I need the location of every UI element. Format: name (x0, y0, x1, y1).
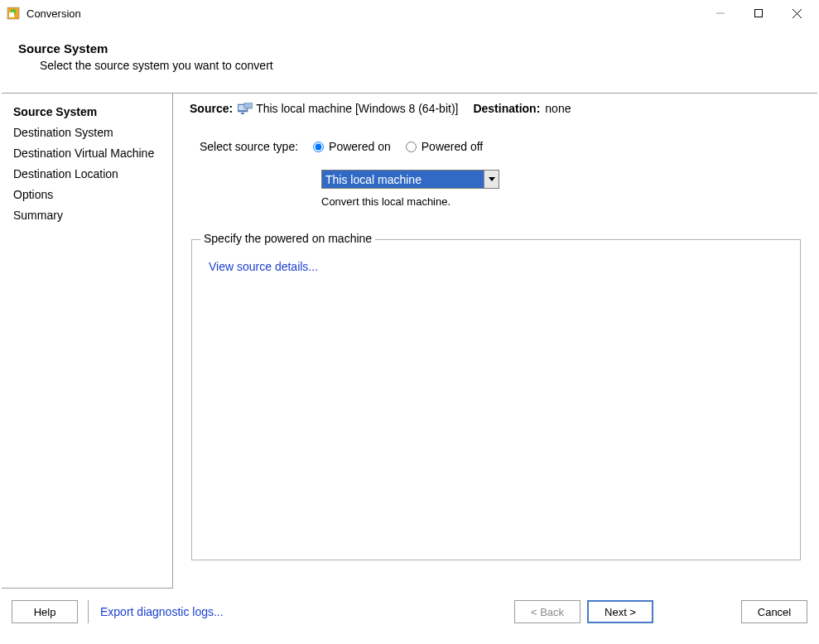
destination-value: none (545, 102, 571, 115)
step-destination-system[interactable]: Destination System (13, 123, 166, 143)
chevron-down-icon[interactable] (484, 171, 499, 188)
fieldset-legend: Specify the powered on machine (200, 232, 375, 245)
next-button[interactable]: Next > (587, 600, 653, 623)
page-subtitle: Select the source system you want to con… (40, 59, 802, 72)
svg-rect-4 (755, 10, 763, 17)
specify-machine-fieldset: Specify the powered on machine View sour… (191, 239, 801, 560)
source-value: This local machine [Windows 8 (64-bit)] (256, 102, 458, 115)
step-summary[interactable]: Summary (13, 205, 166, 226)
svg-rect-10 (244, 103, 253, 108)
source-machine-dropdown[interactable]: This local machine (321, 170, 499, 189)
page-title: Source System (18, 41, 802, 55)
window-title: Conversion (26, 7, 81, 20)
step-destination-location[interactable]: Destination Location (13, 164, 166, 185)
step-source-system[interactable]: Source System (13, 102, 166, 123)
svg-rect-9 (241, 113, 244, 114)
select-source-type-label: Select source type: (200, 140, 298, 153)
export-diagnostic-logs-link[interactable]: Export diagnostic logs... (100, 605, 224, 618)
dropdown-selected-value: This local machine (322, 171, 484, 188)
footer-separator (88, 600, 89, 623)
titlebar: Conversion (0, 0, 819, 26)
wizard-steps-sidebar: Source System Destination System Destina… (2, 93, 173, 589)
wizard-footer: Help Export diagnostic logs... < Back Ne… (0, 589, 819, 632)
wizard-header: Source System Select the source system y… (0, 26, 819, 94)
convert-hint-text: Convert this local machine. (321, 195, 802, 208)
view-source-details-link[interactable]: View source details... (209, 260, 318, 273)
step-destination-vm[interactable]: Destination Virtual Machine (13, 143, 166, 164)
radio-powered-on[interactable]: Powered on (313, 140, 391, 153)
help-button[interactable]: Help (12, 600, 78, 623)
radio-powered-on-label: Powered on (329, 140, 391, 153)
machine-icon (238, 103, 251, 114)
minimize-button[interactable] (701, 1, 740, 26)
window-controls (701, 1, 816, 26)
app-icon (7, 7, 20, 20)
maximize-button[interactable] (740, 1, 778, 26)
destination-label: Destination: (473, 102, 540, 115)
step-options[interactable]: Options (13, 185, 166, 205)
main-content: Source: This local machine [Windows 8 (6… (173, 93, 817, 589)
back-button[interactable]: < Back (514, 600, 581, 623)
svg-rect-2 (9, 12, 14, 17)
source-destination-row: Source: This local machine [Windows 8 (6… (190, 102, 802, 115)
radio-powered-off[interactable]: Powered off (406, 140, 483, 153)
close-button[interactable] (778, 1, 816, 26)
radio-powered-off-label: Powered off (422, 140, 483, 153)
source-label: Source: (190, 102, 233, 115)
cancel-button[interactable]: Cancel (741, 600, 807, 623)
